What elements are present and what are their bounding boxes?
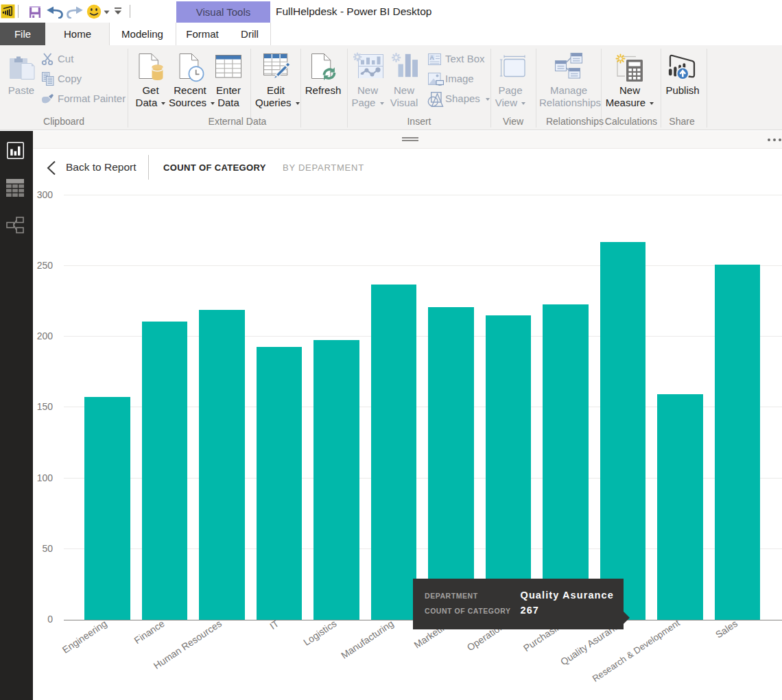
- svg-text:A: A: [430, 54, 434, 61]
